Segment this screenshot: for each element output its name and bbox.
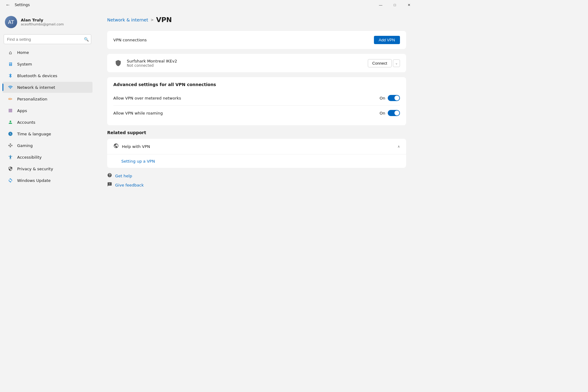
sidebar: AT Alan Truly aceofthumbs@gmail.com 🔍 ⌂ … bbox=[0, 10, 95, 235]
vpn-entry: Surfshark Montreal IKEv2 Not connected C… bbox=[107, 54, 406, 72]
back-button[interactable]: ← bbox=[4, 2, 12, 8]
give-feedback-item: Give feedback bbox=[107, 182, 406, 188]
nav-apps-label: Apps bbox=[17, 108, 27, 113]
give-feedback-link[interactable]: Give feedback bbox=[115, 183, 144, 187]
toggle-metered-switch[interactable] bbox=[388, 95, 400, 101]
user-email: aceofthumbs@gmail.com bbox=[21, 22, 64, 26]
nav-gaming[interactable]: Gaming bbox=[2, 140, 92, 151]
nav-personalization[interactable]: ✏ Personalization bbox=[2, 93, 92, 104]
nav-privacy-label: Privacy & security bbox=[17, 167, 53, 171]
toggle-roaming-status: On bbox=[380, 111, 385, 115]
help-header-title: Help with VPN bbox=[122, 144, 150, 149]
nav-system[interactable]: 🖥 System bbox=[2, 58, 92, 70]
help-header[interactable]: Help with VPN ∧ bbox=[107, 139, 406, 154]
vpn-shield-icon bbox=[113, 58, 123, 68]
window-controls: — □ ✕ bbox=[374, 0, 416, 10]
vpn-name: Surfshark Montreal IKEv2 bbox=[127, 59, 177, 63]
app-container: AT Alan Truly aceofthumbs@gmail.com 🔍 ⌂ … bbox=[0, 10, 418, 235]
toggle-roaming-switch[interactable] bbox=[388, 110, 400, 116]
nav-time[interactable]: Time & language bbox=[2, 128, 92, 139]
nav-time-label: Time & language bbox=[17, 132, 51, 136]
vpn-chevron-button[interactable]: ⌄ bbox=[393, 59, 400, 67]
vpn-connections-card: VPN connections Add VPN bbox=[107, 31, 406, 49]
nav-accounts-label: Accounts bbox=[17, 120, 35, 125]
get-help-icon bbox=[107, 173, 112, 179]
setting-up-vpn-link[interactable]: Setting up a VPN bbox=[121, 159, 155, 164]
nav-accessibility[interactable]: Accessibility bbox=[2, 152, 92, 163]
nav-system-label: System bbox=[17, 62, 32, 66]
time-icon bbox=[7, 131, 13, 137]
nav-home-label: Home bbox=[17, 50, 29, 55]
home-icon: ⌂ bbox=[7, 49, 13, 55]
search-box: 🔍 bbox=[4, 34, 91, 44]
maximize-button[interactable]: □ bbox=[388, 0, 402, 10]
toggle-roaming: Allow VPN while roaming On bbox=[113, 106, 400, 120]
get-help-item: Get help bbox=[107, 173, 406, 179]
toggle-roaming-right: On bbox=[380, 110, 400, 116]
vpn-status: Not connected bbox=[127, 63, 177, 68]
vpn-entry-info: Surfshark Montreal IKEv2 Not connected bbox=[127, 59, 177, 68]
user-info: Alan Truly aceofthumbs@gmail.com bbox=[21, 18, 64, 26]
avatar-initials: AT bbox=[8, 19, 14, 25]
close-button[interactable]: ✕ bbox=[402, 0, 416, 10]
network-icon bbox=[7, 84, 13, 90]
nav-network-label: Network & internet bbox=[17, 85, 55, 90]
accessibility-icon bbox=[7, 154, 13, 160]
avatar: AT bbox=[5, 16, 17, 28]
related-support-title: Related support bbox=[107, 130, 406, 135]
content-area: Network & internet > VPN VPN connections… bbox=[95, 10, 418, 235]
apps-icon bbox=[7, 107, 13, 114]
search-icon: 🔍 bbox=[84, 37, 89, 42]
nav-home[interactable]: ⌂ Home bbox=[2, 47, 92, 58]
breadcrumb-separator: > bbox=[151, 18, 154, 22]
nav-privacy[interactable]: Privacy & security bbox=[2, 163, 92, 174]
search-input[interactable] bbox=[4, 34, 91, 44]
help-header-left: Help with VPN bbox=[113, 143, 150, 150]
nav-personalization-label: Personalization bbox=[17, 97, 47, 101]
vpn-connections-header: VPN connections Add VPN bbox=[113, 36, 400, 44]
vpn-entry-left: Surfshark Montreal IKEv2 Not connected bbox=[113, 58, 177, 68]
nav-update[interactable]: Windows Update bbox=[2, 175, 92, 186]
toggle-metered-networks: Allow VPN over metered networks On bbox=[113, 91, 400, 106]
help-content: Setting up a VPN bbox=[107, 154, 406, 168]
nav-gaming-label: Gaming bbox=[17, 143, 33, 148]
get-help-link[interactable]: Get help bbox=[115, 174, 132, 178]
toggle-metered-label: Allow VPN over metered networks bbox=[113, 96, 181, 100]
minimize-button[interactable]: — bbox=[374, 0, 388, 10]
nav-bluetooth-label: Bluetooth & devices bbox=[17, 74, 57, 78]
toggle-metered-right: On bbox=[380, 95, 400, 101]
title-bar-left: ← Settings bbox=[4, 2, 30, 8]
related-support-section: Related support Help with VPN ∧ Setting … bbox=[107, 130, 406, 168]
window-title: Settings bbox=[15, 3, 30, 7]
nav-bluetooth[interactable]: Bluetooth & devices bbox=[2, 70, 92, 81]
title-bar: ← Settings — □ ✕ bbox=[0, 0, 418, 10]
user-section: AT Alan Truly aceofthumbs@gmail.com bbox=[0, 12, 95, 33]
system-icon: 🖥 bbox=[7, 61, 13, 67]
privacy-icon bbox=[7, 166, 13, 172]
personalization-icon: ✏ bbox=[7, 96, 13, 102]
advanced-settings-card: Advanced settings for all VPN connection… bbox=[107, 77, 406, 125]
nav-accounts[interactable]: Accounts bbox=[2, 117, 92, 128]
connect-button[interactable]: Connect bbox=[368, 59, 392, 67]
nav-update-label: Windows Update bbox=[17, 178, 51, 183]
vpn-connect-wrap: Connect ⌄ bbox=[368, 59, 400, 67]
vpn-connections-title: VPN connections bbox=[113, 38, 147, 42]
nav-apps[interactable]: Apps bbox=[2, 105, 92, 116]
breadcrumb: Network & internet > VPN bbox=[107, 16, 406, 24]
globe-icon bbox=[113, 143, 119, 150]
update-icon bbox=[7, 177, 13, 183]
gaming-icon bbox=[7, 142, 13, 149]
bluetooth-icon bbox=[7, 73, 13, 79]
nav-accessibility-label: Accessibility bbox=[17, 155, 42, 160]
add-vpn-button[interactable]: Add VPN bbox=[374, 36, 400, 44]
toggle-roaming-label: Allow VPN while roaming bbox=[113, 111, 163, 115]
accounts-icon bbox=[7, 119, 13, 125]
breadcrumb-current: VPN bbox=[156, 16, 172, 24]
footer-links: Get help Give feedback bbox=[107, 173, 406, 188]
nav-network[interactable]: Network & internet bbox=[2, 82, 92, 93]
breadcrumb-parent[interactable]: Network & internet bbox=[107, 17, 148, 22]
user-name: Alan Truly bbox=[21, 18, 64, 22]
give-feedback-icon bbox=[107, 182, 112, 188]
help-chevron-icon: ∧ bbox=[398, 145, 400, 149]
help-section-card: Help with VPN ∧ Setting up a VPN bbox=[107, 139, 406, 168]
